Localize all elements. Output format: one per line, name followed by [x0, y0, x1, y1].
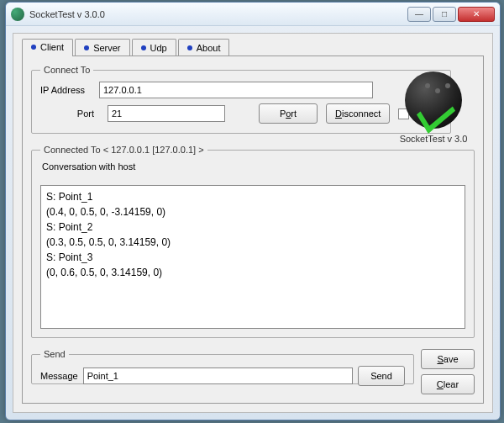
bullet-icon	[141, 45, 146, 50]
tab-label: Client	[40, 42, 64, 52]
tab-label: About	[197, 43, 221, 53]
message-label: Message	[40, 371, 78, 381]
send-group: Send Message Send	[31, 349, 414, 384]
app-window: SocketTest v 3.0.0 — □ ✕ Client Server U…	[5, 2, 501, 420]
tab-client[interactable]: Client	[22, 39, 73, 56]
tab-about[interactable]: About	[178, 39, 230, 56]
window-title: SocketTest v 3.0.0	[29, 9, 407, 19]
connected-to-legend: Connected To < 127.0.0.1 [127.0.0.1] >	[40, 145, 207, 155]
conversation-textarea[interactable]: S: Point_1 (0.4, 0, 0.5, 0, -3.14159, 0)…	[40, 185, 465, 329]
side-buttons: Save Clear	[421, 349, 475, 394]
connect-to-group: Connect To IP Address Port Port Disconne…	[31, 65, 451, 134]
minimize-button[interactable]: —	[407, 7, 431, 22]
port-input[interactable]	[108, 105, 225, 122]
window-controls: — □ ✕	[407, 7, 495, 22]
message-input[interactable]	[83, 367, 353, 384]
titlebar[interactable]: SocketTest v 3.0.0 — □ ✕	[6, 3, 500, 26]
client-area: Client Server Udp About Connect To IP Ad…	[13, 33, 493, 413]
connected-to-group: Connected To < 127.0.0.1 [127.0.0.1] > C…	[31, 145, 475, 338]
tab-udp[interactable]: Udp	[132, 39, 176, 56]
conversation-label: Conversation with host	[42, 161, 465, 172]
app-icon	[11, 8, 24, 21]
port-button[interactable]: Port	[259, 103, 318, 124]
clear-button[interactable]: Clear	[421, 374, 475, 394]
tab-panel-client: Connect To IP Address Port Port Disconne…	[22, 56, 484, 404]
bullet-icon	[31, 45, 36, 50]
maximize-button[interactable]: □	[433, 7, 456, 22]
send-button[interactable]: Send	[358, 366, 405, 386]
bullet-icon	[187, 45, 192, 50]
send-legend: Send	[40, 349, 69, 359]
disconnect-button[interactable]: Disconnect	[326, 103, 390, 124]
port-label: Port	[40, 108, 99, 119]
sockettest-logo-icon	[405, 71, 462, 129]
ip-input[interactable]	[99, 82, 373, 98]
connect-to-legend: Connect To	[40, 65, 93, 75]
save-button[interactable]: Save	[421, 349, 475, 369]
tab-label: Udp	[150, 43, 167, 53]
bullet-icon	[84, 45, 89, 50]
close-button[interactable]: ✕	[458, 7, 495, 22]
tab-label: Server	[93, 43, 120, 53]
logo-area: SocketTest v 3.0	[396, 71, 471, 144]
tab-server[interactable]: Server	[75, 39, 129, 56]
ip-label: IP Address	[40, 85, 99, 95]
tab-bar: Client Server Udp About	[22, 39, 229, 56]
logo-caption: SocketTest v 3.0	[396, 134, 471, 144]
